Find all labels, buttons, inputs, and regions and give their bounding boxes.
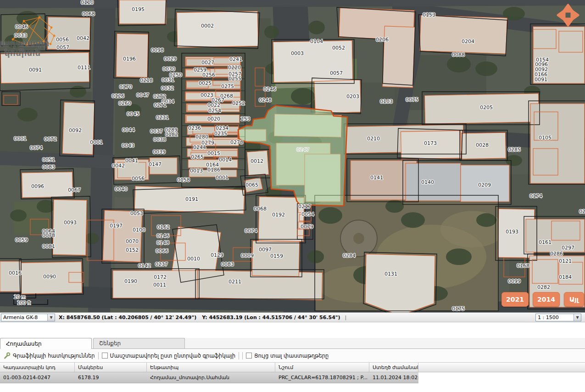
- parcel-label-0297: 0297: [562, 245, 574, 251]
- parcel-label-0142: 0142: [138, 263, 151, 269]
- parcel-label-0173: 0173: [424, 140, 437, 146]
- parcel-label-0105: 0105: [539, 135, 552, 141]
- parcel-label-0088: 0088: [452, 52, 465, 58]
- parcel-label-0286: 0286: [550, 251, 563, 257]
- parcel-label-0046: 0046: [15, 24, 28, 30]
- coordinate-y: Y: 4452683.19 (Lon : 44.515706 / 44° 30'…: [202, 315, 340, 320]
- map-button-Այլ[interactable]: Այլ: [564, 292, 584, 307]
- projection-select[interactable]: Armenia GK-8 ▼: [1, 314, 55, 321]
- parcel-label-0205: 0205: [480, 105, 493, 110]
- panel-tabs: ՀողամասերՇենքեր: [0, 338, 585, 349]
- parcel-label-0175: 0175: [452, 306, 465, 312]
- parcel-label-0284: 0284: [343, 253, 356, 259]
- show-documents-checkbox[interactable]: [246, 353, 252, 359]
- chevron-down-icon: ▼: [47, 314, 55, 321]
- parcel-label-0265: 0265: [191, 154, 204, 160]
- parcel-label-0030: 0030: [162, 66, 175, 72]
- scale-to-selected-option[interactable]: Մասշտաբավորել ըստ ընտրված գրաֆիկայի: [102, 353, 235, 359]
- tab-buildings[interactable]: Շենքեր: [93, 338, 185, 348]
- parcel-label-0158: 0158: [177, 177, 190, 183]
- parcel-label-0074: 0074: [30, 145, 43, 151]
- map-viewport[interactable]: 0110006801950002004600330056005700420091…: [0, 0, 585, 312]
- parcel-label-0235: 0235: [214, 131, 227, 137]
- parcel-label-0001: 0001: [90, 139, 103, 145]
- parcel-label-0246: 0246: [263, 86, 276, 92]
- table-row[interactable]: 01-003-0214-02476178.19Հողամաս_մոտավոր.Ս…: [0, 372, 418, 383]
- parcel-label-0184: 0184: [559, 274, 572, 280]
- graphics-properties-button[interactable]: Գրաֆիկայի հատկություններ: [4, 352, 95, 359]
- parcel-label-02: 02: [579, 209, 585, 215]
- parcel-label-0001: 0001: [216, 175, 228, 181]
- parcel-label-0096: 0096: [31, 183, 44, 189]
- panel-toolbar: Գրաֆիկայի հատկություններ Մասշտաբավորել ը…: [0, 349, 585, 362]
- scale-to-selected-checkbox[interactable]: [102, 353, 108, 359]
- parcel-label-0236: 0236: [188, 125, 201, 131]
- parcel-label-0091: 0091: [535, 77, 547, 83]
- parcel-label-0168: 0168: [517, 263, 529, 269]
- parcel-label-0100: 0100: [133, 227, 145, 233]
- projection-value: Armenia GK-8: [1, 315, 47, 320]
- parcel-label-0141: 0141: [370, 175, 383, 181]
- parcel-label-0013: 0013: [190, 168, 203, 174]
- parcel-label-0248: 0248: [259, 97, 272, 103]
- parcel-label-0079: 0079: [301, 224, 313, 230]
- pan-left-button[interactable]: [558, 11, 564, 20]
- parcel-label-0254: 0254: [208, 108, 221, 114]
- parcel-label-0032: 0032: [161, 85, 174, 91]
- parcel-label-0140: 0140: [421, 179, 434, 185]
- show-documents-option[interactable]: Ցույց տալ փաստաթղթերը: [246, 353, 329, 359]
- column-header-0[interactable]: Կադաստրային կոդ: [0, 363, 75, 372]
- parcel-label-0247: 0247: [296, 147, 309, 153]
- pan-control[interactable]: [556, 3, 580, 28]
- parcel-label-0190: 0190: [124, 278, 137, 284]
- parcel-label-0020: 0020: [207, 116, 220, 122]
- parcel-label-0092: 0092: [69, 127, 82, 133]
- parcel-label-100 ft: 100 ft: [17, 300, 31, 305]
- divider: [242, 352, 243, 359]
- parcel-label-0070: 0070: [126, 238, 139, 244]
- parcel-label-0039: 0039: [153, 149, 166, 155]
- table-cell-1: 6178.19: [75, 372, 147, 383]
- parcel-label-0041: 0041: [125, 158, 138, 164]
- parcel-label-0280: 0280: [195, 134, 208, 140]
- wrench-icon: [4, 352, 11, 359]
- parcel-label-0083: 0083: [221, 261, 234, 267]
- parcel-label-0197: 0197: [110, 223, 123, 229]
- parcel-label-0159: 0159: [270, 253, 283, 259]
- parcel-label-0153: 0153: [423, 12, 435, 18]
- parcel-label-0148: 0148: [156, 240, 169, 246]
- parcel-label-0011: 0011: [153, 282, 166, 288]
- parcel-label-0170: 0170: [119, 84, 132, 90]
- parcel-label-20 m: 20 m: [14, 294, 26, 299]
- parcel-label-0147: 0147: [149, 161, 162, 167]
- parcel-label-0210: 0210: [367, 136, 380, 142]
- tab-parcels[interactable]: Հողամասեր: [0, 338, 92, 349]
- column-header-3[interactable]: Նշում: [275, 363, 369, 372]
- map-button-2021[interactable]: 2021: [501, 292, 529, 307]
- parcel-label-0040: 0040: [115, 186, 128, 192]
- parcel-label-0074: 0074: [245, 228, 257, 234]
- parcel-label-0002: 0002: [201, 23, 214, 29]
- parcel-label-0068: 0068: [254, 206, 267, 212]
- table-cell-2: Հողամաս_մոտավոր.Սահման: [147, 372, 275, 383]
- parcel-label-0066: 0066: [156, 248, 168, 254]
- parcel-label-0052: 0052: [332, 45, 345, 51]
- graphics-properties-label: Գրաֆիկայի հատկություններ: [13, 353, 95, 359]
- parcel-label-0067: 0067: [68, 187, 81, 193]
- parcel-label-0244: 0244: [193, 144, 206, 150]
- column-header-4[interactable]: Ստեղծ ժամանակ: [369, 363, 418, 372]
- column-header-1[interactable]: Մակերես: [75, 363, 147, 372]
- scale-to-selected-label: Մասշտաբավորել ըստ ընտրված գրաֆիկայի: [110, 353, 235, 359]
- parcel-label-0146: 0146: [156, 233, 169, 239]
- parcel-label-0054: 0054: [301, 211, 314, 217]
- status-bar: Armenia GK-8 ▼ X: 8458768.50 (Lat : 40.2…: [0, 312, 585, 322]
- column-header-2[interactable]: Ենթատիպ: [147, 363, 275, 372]
- scale-select[interactable]: 1 : 1500 ▼: [535, 314, 581, 321]
- parcel-label-0162: 0162: [157, 224, 170, 230]
- pan-right-button[interactable]: [572, 11, 578, 20]
- parcel-label-0090: 0090: [43, 274, 56, 280]
- parcel-label-0161: 0161: [539, 239, 552, 245]
- map-button-2014[interactable]: 2014: [533, 292, 560, 307]
- parcel-label-0193: 0193: [506, 229, 518, 235]
- parcel-label-0059: 0059: [15, 237, 28, 243]
